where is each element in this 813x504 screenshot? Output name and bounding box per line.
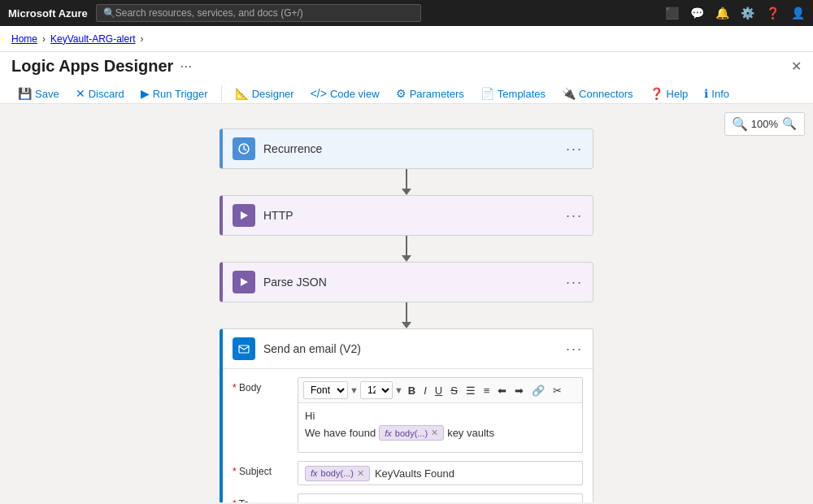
- to-required: *: [233, 498, 237, 502]
- topbar-icons: ⬛ 💬 🔔 ⚙️ ❓ 👤: [665, 7, 805, 20]
- step-recurrence[interactable]: Recurrence ···: [220, 128, 593, 169]
- account-icon[interactable]: 👤: [791, 7, 805, 20]
- body-token-label: body(...): [395, 428, 428, 438]
- save-icon: 💾: [18, 87, 32, 100]
- body-line-1: Hi: [305, 410, 576, 422]
- info-button[interactable]: ℹ Info: [698, 84, 736, 103]
- arrow-1: [402, 169, 411, 195]
- step-recurrence-header[interactable]: Recurrence ···: [223, 129, 593, 168]
- breadcrumb: Home › KeyVault-ARG-alert ›: [0, 26, 813, 52]
- body-editor[interactable]: Font ▼ 12 ▼ B I U S: [298, 377, 583, 453]
- templates-button[interactable]: 📄 Templates: [474, 84, 552, 103]
- subject-required: *: [233, 466, 237, 477]
- arrow-3: [402, 302, 411, 328]
- close-button[interactable]: ✕: [791, 59, 802, 74]
- font-select[interactable]: Font: [303, 381, 348, 399]
- to-field-row: * To: [233, 493, 583, 502]
- body-field-row: * Body Font ▼ 12: [233, 377, 583, 453]
- feedback-icon[interactable]: 💬: [690, 7, 704, 20]
- bold-button[interactable]: B: [405, 383, 419, 398]
- subject-field[interactable]: fx body(...) ✕ KeyVaults Found: [298, 461, 583, 485]
- body-label: * Body: [233, 377, 289, 393]
- page-title: Logic Apps Designer: [11, 57, 173, 76]
- terminal-icon[interactable]: ⬛: [665, 7, 679, 20]
- subject-token-close[interactable]: ✕: [357, 468, 364, 479]
- discard-button[interactable]: ✕ Discard: [69, 84, 131, 103]
- notifications-icon[interactable]: 🔔: [715, 7, 729, 20]
- page-header: Logic Apps Designer ··· ✕ 💾 Save ✕ Disca…: [0, 52, 813, 104]
- italic-button[interactable]: I: [420, 383, 430, 398]
- parsejson-menu[interactable]: ···: [566, 274, 583, 291]
- to-label: * To: [233, 493, 289, 502]
- email-menu[interactable]: ···: [566, 341, 583, 358]
- zoom-in-button[interactable]: 🔍: [732, 116, 748, 132]
- font-size-down: ▼: [350, 385, 359, 395]
- underline-button[interactable]: U: [432, 383, 446, 398]
- breadcrumb-sep2: ›: [141, 33, 144, 45]
- run-trigger-button[interactable]: ▶ Run Trigger: [134, 84, 215, 103]
- connectors-button[interactable]: 🔌 Connectors: [555, 84, 639, 103]
- breadcrumb-resource[interactable]: KeyVault-ARG-alert: [50, 33, 135, 45]
- http-title: HTTP: [263, 209, 566, 222]
- body-line-2: We have found fx body(...) ✕ key vaults: [305, 425, 576, 441]
- steps-container: Recurrence ··· HTTP ···: [0, 120, 813, 502]
- align-right-button[interactable]: ➡: [511, 383, 527, 398]
- bullet-list-button[interactable]: ☰: [463, 383, 479, 398]
- breadcrumb-sep1: ›: [42, 33, 46, 45]
- more-formatting-button[interactable]: ✂: [550, 383, 565, 398]
- settings-icon[interactable]: ⚙️: [741, 7, 754, 20]
- help-icon[interactable]: ❓: [766, 7, 780, 20]
- email-title: Send an email (V2): [263, 342, 566, 355]
- numbered-list-button[interactable]: ≡: [480, 383, 493, 398]
- http-icon: [233, 204, 255, 227]
- search-icon: 🔍: [103, 7, 115, 19]
- help-toolbar-icon: ❓: [650, 87, 663, 100]
- page-title-more[interactable]: ···: [180, 58, 192, 75]
- main-layout: 🔍 100% 🔍 Recurrence ···: [0, 104, 813, 502]
- step-http-header[interactable]: HTTP ···: [223, 196, 593, 235]
- parameters-button[interactable]: ⚙ Parameters: [389, 84, 471, 103]
- step-http[interactable]: HTTP ···: [220, 195, 593, 236]
- align-left-button[interactable]: ⬅: [494, 383, 510, 398]
- code-view-button[interactable]: </> Code view: [304, 84, 386, 103]
- body-token-chip[interactable]: fx body(...) ✕: [379, 425, 444, 441]
- step-parsejson[interactable]: Parse JSON ···: [220, 262, 593, 302]
- editor-content[interactable]: Hi We have found fx body(...) ✕: [298, 403, 582, 452]
- subject-token-chip[interactable]: fx body(...) ✕: [305, 466, 370, 481]
- http-menu[interactable]: ···: [566, 207, 583, 224]
- zoom-out-button[interactable]: 🔍: [782, 117, 797, 131]
- subject-field-row: * Subject fx body(...) ✕ KeyVaults Found: [233, 461, 583, 485]
- body-token-close[interactable]: ✕: [431, 428, 438, 438]
- breadcrumb-home[interactable]: Home: [11, 33, 37, 45]
- editor-toolbar: Font ▼ 12 ▼ B I U S: [298, 378, 582, 403]
- azure-logo: Microsoft Azure: [8, 7, 88, 20]
- run-icon: ▶: [141, 87, 150, 100]
- to-input[interactable]: [298, 493, 583, 502]
- subject-suffix-text: KeyVaults Found: [375, 467, 454, 480]
- subject-token-fx: fx: [311, 468, 318, 478]
- parameters-icon: ⚙: [396, 87, 406, 100]
- svg-marker-2: [241, 278, 248, 286]
- arrow-2: [402, 236, 411, 262]
- zoom-level: 100%: [751, 118, 778, 130]
- font-size-select[interactable]: 12: [360, 381, 393, 399]
- search-bar[interactable]: 🔍 Search resources, services, and docs (…: [96, 4, 421, 22]
- designer-icon: 📐: [235, 87, 249, 100]
- canvas-area[interactable]: 🔍 100% 🔍 Recurrence ···: [0, 104, 813, 502]
- link-button[interactable]: 🔗: [528, 383, 548, 398]
- parsejson-icon: [233, 271, 255, 293]
- recurrence-menu[interactable]: ···: [566, 141, 583, 158]
- help-button[interactable]: ❓ Help: [643, 84, 695, 103]
- designer-button[interactable]: 📐 Designer: [228, 84, 301, 103]
- step-parsejson-header[interactable]: Parse JSON ···: [223, 263, 593, 302]
- recurrence-title: Recurrence: [263, 142, 566, 155]
- recurrence-icon: [233, 137, 255, 160]
- toolbar-separator: [221, 85, 222, 102]
- step-email-header[interactable]: Send an email (V2) ···: [223, 329, 593, 368]
- save-button[interactable]: 💾 Save: [11, 84, 66, 103]
- email-icon: [233, 337, 255, 360]
- strikethrough-button[interactable]: S: [447, 383, 461, 398]
- discard-icon: ✕: [76, 87, 85, 100]
- body-hi-text: Hi: [305, 410, 315, 422]
- body-suffix-text: key vaults: [447, 427, 494, 439]
